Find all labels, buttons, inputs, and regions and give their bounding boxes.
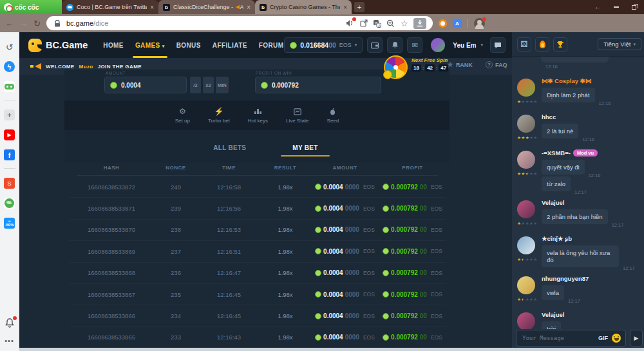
tab-all-bets[interactable]: ALL BETS xyxy=(213,144,246,151)
wallet-icon[interactable] xyxy=(367,37,383,53)
avatar[interactable] xyxy=(517,79,535,97)
table-row[interactable]: 1660863853387123912:16:561.98x0.00040000… xyxy=(70,198,446,219)
double-button[interactable]: x2 xyxy=(203,77,214,93)
table-row[interactable]: 1660863853386823612:16:471.98x0.00040000… xyxy=(70,263,446,284)
chat-user-name[interactable]: Velajuel xyxy=(542,199,564,206)
hot-keys-button[interactable]: Hot keys xyxy=(248,107,268,124)
youtube-icon[interactable]: ▶ xyxy=(4,129,15,140)
nav-games[interactable]: GAMES ▾ xyxy=(135,42,165,49)
notification-bell-icon[interactable] xyxy=(387,37,402,53)
browser-titlebar: cốc cốc Coco | BC.Game trên Twitter: × b… xyxy=(0,0,644,14)
reload-icon[interactable]: ↻ xyxy=(33,19,41,28)
chat-user-name[interactable]: -=XSMB=- xyxy=(542,149,571,157)
chat-user-name[interactable]: ⋈✱ Cosplay ✱⋈ xyxy=(542,77,591,84)
spin-wheel-icon[interactable] xyxy=(384,55,408,79)
horizontal-scrollbar[interactable] xyxy=(19,348,644,351)
profit-input[interactable]: 0.000792 xyxy=(255,77,381,93)
address-bar[interactable]: bc.game/dice aA ☆ xyxy=(46,16,433,30)
table-row[interactable]: 1660863853386923712:16:511.98x0.00040000… xyxy=(70,241,446,262)
faq-button[interactable]: ?FAQ xyxy=(486,61,507,68)
tiki-icon[interactable]: tiki-50% xyxy=(4,218,15,229)
chat-user-name[interactable]: Velajuel xyxy=(542,311,564,318)
green-app-icon[interactable] xyxy=(4,198,15,209)
nav-bonus[interactable]: BONUS xyxy=(176,42,201,49)
restore-icon[interactable] xyxy=(632,5,636,10)
download-icon[interactable] xyxy=(413,18,426,29)
chat-user-name[interactable]: hhcc xyxy=(542,113,556,120)
close-icon[interactable]: × xyxy=(150,4,154,11)
avatar[interactable] xyxy=(517,115,535,133)
browser-tab-active[interactable]: b Crypto Casino Games - The 8 × xyxy=(255,0,352,14)
browser-tab-challenge[interactable]: b ClassicDiceChallenge - An × xyxy=(158,0,255,14)
trophy-icon[interactable] xyxy=(553,37,567,52)
avatar[interactable] xyxy=(517,312,535,329)
dock-icon[interactable]: ← xyxy=(594,4,601,10)
free-spin-widget[interactable]: Next Free Spin 18: 42: 47 xyxy=(384,55,448,79)
speaker-icon[interactable] xyxy=(346,19,355,28)
close-icon[interactable]: × xyxy=(343,4,347,11)
user-name[interactable]: Yeu Em xyxy=(453,42,476,49)
mail-icon[interactable]: ✉ xyxy=(407,37,422,53)
minimize-icon[interactable] xyxy=(614,6,619,8)
back-icon[interactable]: ← xyxy=(5,19,14,28)
translate-icon[interactable]: aA xyxy=(373,19,382,28)
flame-icon[interactable] xyxy=(535,37,549,52)
chat-message-input[interactable] xyxy=(521,334,594,342)
chat-user-name[interactable]: ★cînǰ★ ʂb xyxy=(542,235,572,242)
half-button[interactable]: /2 xyxy=(190,77,201,93)
bookmark-star-icon[interactable]: ☆ xyxy=(400,19,409,28)
nav-affiliate[interactable]: AFFILIATE xyxy=(213,42,247,49)
min-button[interactable]: MIN xyxy=(216,77,229,93)
history-icon[interactable]: ↺ xyxy=(4,41,15,52)
avatar[interactable] xyxy=(517,151,535,169)
coccoc-extension-icon[interactable] xyxy=(439,19,447,28)
bcgame-logo-icon[interactable] xyxy=(28,39,42,52)
nav-forum[interactable]: FORUM xyxy=(259,42,284,49)
share-icon[interactable] xyxy=(359,19,368,28)
rank-button[interactable]: ★RANK xyxy=(447,61,473,69)
chat-toggle-icon[interactable] xyxy=(490,37,506,53)
amount-input[interactable]: 0.0004 xyxy=(104,77,187,93)
messenger-icon[interactable]: ϟ xyxy=(4,61,15,72)
close-icon[interactable]: × xyxy=(247,4,251,11)
facebook-icon[interactable]: f xyxy=(4,149,15,160)
zoom-out-icon[interactable] xyxy=(386,19,395,28)
turbo-bet-button[interactable]: ⚡Turbo bet xyxy=(208,107,230,124)
bell-icon[interactable] xyxy=(4,318,15,328)
browser-tab-twitter[interactable]: Coco | BC.Game trên Twitter: × xyxy=(62,0,158,14)
games-icon[interactable] xyxy=(4,81,15,92)
balance-pill[interactable]: 0.01668400 EOS ▾ xyxy=(284,37,363,53)
gif-button[interactable]: GIF xyxy=(598,335,608,341)
shopee-icon[interactable]: S xyxy=(4,178,15,189)
new-tab-button[interactable]: + xyxy=(354,2,365,12)
avatar[interactable] xyxy=(517,276,535,294)
setup-button[interactable]: ⚙Set up xyxy=(175,107,190,124)
language-button[interactable]: Tiếng Việt▾ xyxy=(598,38,641,50)
table-row[interactable]: 1660863853386523312:16:431.98x0.00040000… xyxy=(70,327,446,348)
gif-emoji-icon[interactable] xyxy=(612,334,621,343)
avatar[interactable] xyxy=(517,200,535,218)
site-title[interactable]: BC.Game xyxy=(46,40,88,50)
avatar[interactable] xyxy=(517,236,535,254)
chat-input-bar[interactable]: GIF xyxy=(516,330,626,346)
star-rating-icon: ★★★★★ xyxy=(517,135,538,140)
forward-icon[interactable]: → xyxy=(19,19,28,28)
profile-icon[interactable] xyxy=(474,18,485,29)
table-row[interactable]: 1660863853387224012:16:581.98x0.00040000… xyxy=(70,176,446,198)
send-icon[interactable]: ▶ xyxy=(630,330,643,346)
table-row[interactable]: 1660863853386623412:16:451.98x0.00040000… xyxy=(70,305,446,327)
tab-my-bet[interactable]: MY BET xyxy=(292,144,317,151)
chat-message: ★★★★★⋈✱ Cosplay ✱⋈Định làm 2 phát12:16 xyxy=(517,77,639,106)
add-icon[interactable]: + xyxy=(4,109,15,120)
dice-icon[interactable]: ⚄ xyxy=(517,37,531,52)
table-row[interactable]: 1660863853387023812:16:531.98x0.00040000… xyxy=(70,220,446,241)
user-avatar[interactable] xyxy=(431,38,445,52)
nav-home[interactable]: HOME xyxy=(103,42,124,49)
live-state-button[interactable]: Live State xyxy=(286,107,309,124)
more-dots-icon[interactable]: ••• xyxy=(4,335,15,346)
table-row[interactable]: 1660863853386723512:16:451.98x0.00040000… xyxy=(70,284,446,305)
chat-user-name[interactable]: nhungnguyen87 xyxy=(542,275,589,282)
translate-extension-icon[interactable]: A xyxy=(453,19,462,28)
bet-amount: 0.00040000EOS xyxy=(311,312,379,319)
seed-button[interactable]: Seed xyxy=(327,107,339,124)
